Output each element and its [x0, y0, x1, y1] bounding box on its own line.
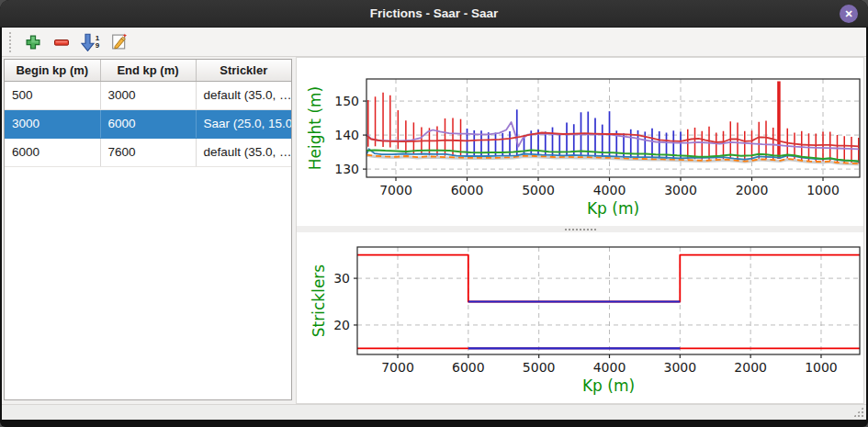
sort-digits: 1 9: [96, 35, 99, 50]
svg-text:Kp (m): Kp (m): [582, 376, 635, 395]
svg-text:150: 150: [334, 94, 359, 108]
svg-text:2000: 2000: [736, 183, 769, 197]
sort-button[interactable]: 1 9: [78, 30, 102, 54]
svg-text:3000: 3000: [664, 360, 697, 375]
sort-numeric-icon: [81, 33, 95, 51]
table-cell[interactable]: 3000: [100, 81, 196, 109]
window-title: Frictions - Saar - Saar: [0, 0, 868, 27]
remove-button[interactable]: [50, 30, 73, 54]
column-header-2[interactable]: Strickler: [196, 60, 291, 81]
table-row[interactable]: 5003000default (35.0, …: [5, 81, 291, 109]
svg-text:5000: 5000: [523, 360, 556, 375]
plus-icon: [24, 33, 42, 51]
table-cell[interactable]: 7600: [100, 138, 196, 166]
svg-text:30: 30: [333, 271, 350, 286]
toolbar-drag-handle[interactable]: [9, 32, 13, 52]
svg-text:5000: 5000: [522, 183, 555, 197]
frictions-table-panel: Begin kp (m)End kp (m)Strickler 5003000d…: [4, 59, 292, 400]
table-cell[interactable]: 500: [5, 81, 100, 109]
svg-text:140: 140: [334, 128, 359, 142]
svg-text:Kp (m): Kp (m): [587, 199, 639, 218]
table-cell[interactable]: 6000: [5, 138, 100, 166]
svg-text:6000: 6000: [451, 183, 484, 197]
title-bar[interactable]: Frictions - Saar - Saar ✕: [0, 0, 868, 28]
charts-panel: 7000600050004000300020001000130140150Kp …: [296, 57, 864, 404]
table-row[interactable]: 60007600default (35.0, …: [5, 138, 291, 166]
table-cell[interactable]: default (35.0, …: [196, 138, 291, 166]
table-row[interactable]: 30006000Saar (25.0, 15.0): [5, 109, 291, 138]
stricklers-chart: 70006000500040003000200010002030Kp (m)St…: [297, 232, 863, 403]
close-button[interactable]: ✕: [840, 5, 858, 23]
charts-splitter[interactable]: [297, 226, 863, 232]
svg-text:20: 20: [333, 318, 350, 332]
svg-text:1000: 1000: [806, 183, 840, 197]
svg-text:7000: 7000: [379, 183, 412, 197]
height-profile-chart: 7000600050004000300020001000130140150Kp …: [297, 58, 863, 226]
column-header-0[interactable]: Begin kp (m): [5, 60, 100, 81]
add-button[interactable]: [21, 30, 45, 54]
table-cell[interactable]: default (35.0, …: [196, 81, 291, 109]
svg-text:4000: 4000: [593, 183, 626, 197]
table-cell[interactable]: Saar (25.0, 15.0): [196, 109, 291, 138]
window-body: 1 9 Begin kp (m)End kp (m)Strickler: [2, 28, 866, 420]
minus-icon: [52, 33, 71, 51]
svg-text:130: 130: [334, 162, 359, 176]
svg-text:1000: 1000: [805, 360, 838, 375]
frictions-window: Frictions - Saar - Saar ✕: [0, 0, 868, 427]
table-header: Begin kp (m)End kp (m)Strickler: [5, 60, 291, 81]
table-cell[interactable]: 3000: [5, 109, 100, 138]
splitter-handle-icon: [565, 229, 596, 230]
svg-text:4000: 4000: [593, 360, 626, 375]
svg-text:7000: 7000: [381, 360, 414, 375]
column-header-1[interactable]: End kp (m): [100, 60, 196, 81]
svg-text:Stricklers: Stricklers: [310, 264, 328, 338]
svg-text:Height (m): Height (m): [306, 86, 324, 170]
status-bar: [2, 404, 866, 420]
svg-text:3000: 3000: [664, 183, 697, 197]
table-cell[interactable]: 6000: [100, 109, 196, 138]
edit-icon: [109, 32, 129, 51]
close-icon: ✕: [844, 8, 852, 19]
svg-text:2000: 2000: [734, 360, 767, 375]
frictions-table: Begin kp (m)End kp (m)Strickler 5003000d…: [5, 60, 291, 167]
edit-button[interactable]: [107, 30, 130, 54]
resize-grip-icon[interactable]: [853, 407, 863, 417]
svg-text:6000: 6000: [452, 360, 485, 375]
toolbar: 1 9: [2, 28, 866, 57]
main-content: Begin kp (m)End kp (m)Strickler 5003000d…: [2, 57, 866, 404]
